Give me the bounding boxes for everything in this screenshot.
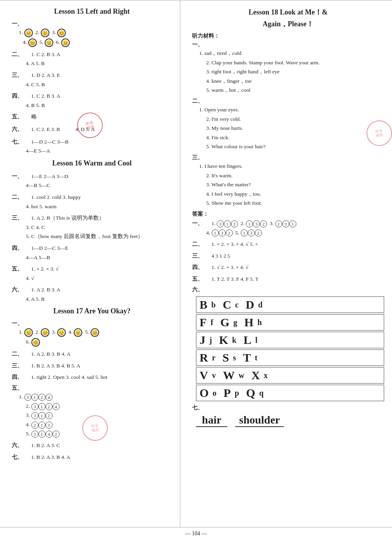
letter-practice: Bb Cc Dd Ff Gg Hh Jj Kk Ll (196, 296, 384, 401)
lesson17-section6: 六、 1. B 2. A 3. C (12, 441, 172, 450)
smiley2: 😟 (41, 29, 49, 37)
smiley-row2: 4. 😊 5. 😟 6. 😐 (19, 38, 172, 47)
answer-section1: 一、 1. 312 2. 132 3. 231 4. 132 5. 132 (192, 219, 384, 237)
answer-section3: 三、 4 3 1 2 5 (192, 252, 384, 260)
lesson15-title: Lesson 15 Left and Right (12, 7, 172, 16)
lesson15-section1: 一、 1. 😐 2. 😟 3. 😊 4. 😊 5. 😟 6. 😐 (12, 20, 172, 47)
lesson15-section6: 六、 1. C 2. E 3. B 4. D 5. A 作业精亮 (12, 124, 172, 135)
lesson15-section3: 三、 1. D 2. A 3. E 4. C 5. B (12, 71, 172, 89)
page-content: Lesson 15 Left and Right 一、 1. 😐 2. 😟 3.… (0, 0, 392, 527)
answer-section7: 七、 hair shoulder (192, 404, 384, 427)
listening-section2: 二、 1. Open your eyes. 2. I'm very cold. … (192, 98, 384, 151)
lesson16-section2: 二、 1. cool 2. cold 3. happy 4. hot 5. wa… (12, 193, 172, 211)
listening-label: 听力材料： (192, 33, 384, 40)
word-writing: hair shoulder (196, 414, 384, 427)
letter-row-bcd: Bb Cc Dd (196, 296, 384, 313)
letter-row-opq: Oo Pp Qq (196, 385, 384, 401)
page: Lesson 15 Left and Right 一、 1. 😐 2. 😟 3.… (0, 0, 392, 540)
answer-section6: 六、 Bb Cc Dd Ff Gg Hh (192, 286, 384, 401)
lesson16-section5: 五、 1. × 2. × 3. √ 4. √ (12, 265, 172, 282)
listening-section3: 三、 1. I have ten fingers. 2. It's warm. … (192, 154, 384, 207)
lesson17-section4: 四、 1. right 2. Open 3. cool 4. sad 5. ho… (12, 373, 172, 382)
lesson15-section2: 二、 1. C 2. B 3. A 4. A 5. B (12, 50, 172, 68)
answer-label: 答案： (192, 211, 384, 218)
lesson16-section4: 四、 1—D 2—C 3—E 4—A 5—B (12, 244, 172, 262)
letter-row-vwx: Vv Ww Xx (196, 367, 384, 384)
smiley-row1: 1. 😐 2. 😟 3. 😊 (19, 28, 172, 37)
lesson15-section7: 七、 1—D 2—C 3—B 4—E 5—A (12, 138, 172, 155)
left-column: Lesson 15 Left and Right 一、 1. 😐 2. 😟 3.… (0, 0, 180, 527)
smiley4: 😊 (28, 38, 37, 47)
lesson18-title1: Lesson 18 Look at Me！& (192, 7, 384, 17)
smiley3: 😊 (57, 29, 66, 37)
lesson17-title: Lesson 17 Are You Okay? (12, 307, 172, 315)
answer-section5: 五、 1. T 2. T 3. F 4. F 5. T (192, 275, 384, 284)
section-label: 一、 (12, 21, 23, 27)
answer-section4: 四、 1. √ 2. × 3. × 4. √ (192, 263, 384, 272)
lesson16-title: Lesson 16 Warm and Cool (12, 159, 172, 167)
smiley5: 😟 (45, 38, 53, 47)
lesson17-section2: 二、 1. A 2. B 3. B 4. A (12, 350, 172, 358)
lesson16-section6: 六、 1. A 2. B 3. A 4. A 5. B (12, 285, 172, 303)
lesson17-section5: 五、 1. 3124 2. 3124 3. 312 4. 213 5. 3142… (12, 385, 172, 438)
letter-row-fgh: Ff Gg Hh (196, 314, 384, 331)
lesson17-section3: 三、 1. B 2. A 3. B 4. B 5. A (12, 362, 172, 370)
lesson17-section1: 一、 1. 😟 2. 😊 3. 😟 4. 😟 5. 😊 6. 😊 (12, 320, 172, 347)
listening-section1: 一、 1. sad，tired，cold 2. Clap your hands.… (192, 41, 384, 95)
word-hair: hair (196, 414, 227, 427)
page-footer: — 104 — (0, 527, 392, 540)
smiley6: 😐 (61, 38, 70, 47)
letter-row-jkl: Jj Kk Ll (196, 332, 384, 348)
lesson18-title2: Again，Please！ (192, 19, 384, 29)
word-shoulder: shoulder (235, 414, 284, 427)
lesson16-section1: 一、 1—E 2—A 3—D 4—B 5—C (12, 172, 172, 190)
lesson15-section4: 四、 1. C 2. B 3. A 4. B 5. B (12, 92, 172, 109)
answer-section2: 二、 1. × 2. × 3. × 4. √ 5. × (192, 240, 384, 249)
lesson17-section7: 七、 1. B 2. A 3. B 4. A (12, 453, 172, 462)
letter-row-rst: Rr Ss Tt (196, 349, 384, 366)
smiley1: 😐 (24, 29, 33, 37)
right-column: Lesson 18 Look at Me！& Again，Please！ 听力材… (180, 0, 392, 527)
lesson16-section3: 三、 1. A 2. B（This is 说明为单数） 3. C 4. C 5.… (12, 214, 172, 241)
